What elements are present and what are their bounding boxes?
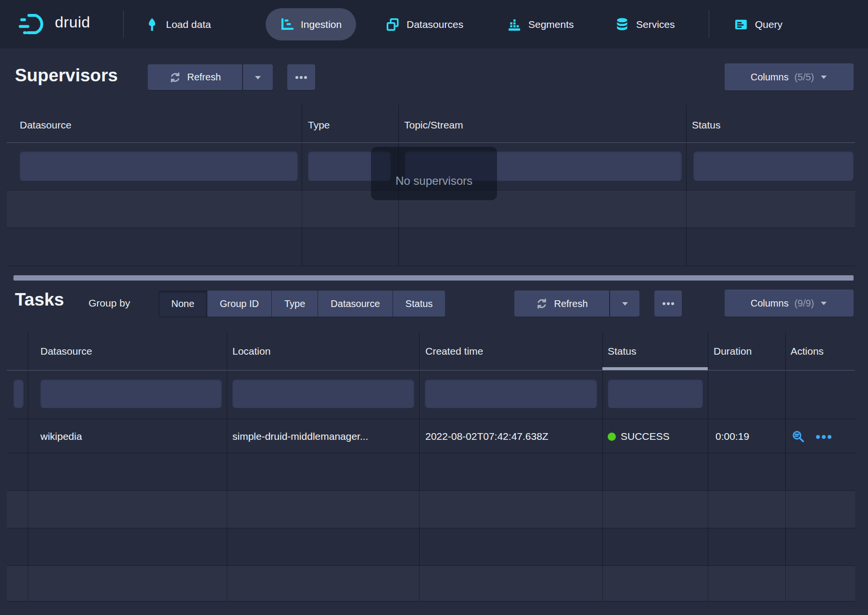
nav-item-label: Ingestion [301, 19, 342, 30]
nav-item-services[interactable]: Services [614, 0, 675, 49]
row-divider [7, 266, 855, 266]
group-by-button-group: None Group ID Type Datasource Status [159, 291, 445, 317]
tasks-col-location[interactable]: Location [232, 346, 270, 357]
row-divider [7, 453, 855, 453]
task-detail-magnifier-icon[interactable] [791, 430, 805, 444]
nav-item-label: Segments [528, 19, 574, 30]
row-divider [7, 490, 855, 491]
columns-count: (9/9) [794, 298, 814, 309]
tasks-col-actions[interactable]: Actions [791, 346, 824, 357]
supervisors-col-status[interactable]: Status [692, 119, 721, 131]
tasks-filter-location[interactable] [232, 379, 414, 408]
chevron-down-icon [254, 75, 262, 80]
stacked-bars-icon [507, 17, 522, 32]
chevron-down-icon [820, 74, 828, 80]
group-by-none-button[interactable]: None [159, 291, 207, 317]
row-divider [7, 528, 855, 528]
supervisors-col-topic-stream[interactable]: Topic/Stream [404, 119, 463, 131]
refresh-label: Refresh [187, 72, 221, 83]
database-icon [614, 17, 630, 32]
tasks-filter-created-time[interactable] [425, 379, 597, 408]
header-divider [7, 370, 855, 371]
column-divider[interactable] [708, 332, 708, 601]
status-text: SUCCESS [621, 431, 670, 442]
columns-label: Columns [751, 72, 789, 83]
row-divider [7, 601, 855, 602]
refresh-label: Refresh [554, 298, 587, 309]
brand-name[interactable]: druid [55, 13, 90, 31]
nav-item-query[interactable]: Query [733, 0, 782, 49]
supervisors-columns-button[interactable]: Columns (5/5) [725, 64, 854, 90]
tasks-col-datasource[interactable]: Datasource [40, 346, 92, 357]
column-divider[interactable] [28, 332, 28, 601]
tasks-title: Tasks [15, 290, 64, 310]
tasks-col-duration[interactable]: Duration [714, 346, 752, 357]
row-divider [7, 565, 855, 566]
task-cell-duration[interactable]: 0:00:19 [715, 431, 778, 442]
more-dots-icon [662, 302, 675, 306]
supervisors-filter-status[interactable] [693, 151, 854, 181]
column-divider[interactable] [302, 105, 302, 266]
supervisors-empty-message: No supervisors [371, 147, 497, 200]
column-divider[interactable] [419, 332, 420, 601]
row-divider [7, 419, 855, 419]
tasks-refresh-button[interactable]: Refresh [514, 291, 609, 317]
supervisors-col-datasource[interactable]: Datasource [20, 119, 71, 131]
gantt-chart-icon [280, 17, 294, 32]
refresh-icon [536, 297, 548, 310]
task-cell-datasource[interactable]: wikipedia [40, 431, 218, 442]
nav-item-label: Query [755, 19, 782, 30]
nav-item-label: Services [636, 19, 675, 30]
supervisors-refresh-dropdown-button[interactable] [243, 64, 273, 90]
console-icon [733, 17, 749, 32]
column-divider[interactable] [227, 332, 227, 601]
horizontal-scrollbar[interactable] [13, 275, 854, 281]
tasks-col-created-time[interactable]: Created time [425, 346, 483, 357]
group-by-datasource-button[interactable]: Datasource [318, 291, 392, 317]
nav-item-label: Datasources [407, 19, 463, 30]
nav-item-ingestion[interactable]: Ingestion [266, 8, 356, 40]
group-by-group-id-button[interactable]: Group ID [207, 291, 271, 317]
table-row [7, 490, 855, 528]
group-by-status-button[interactable]: Status [393, 291, 446, 317]
columns-count: (5/5) [794, 72, 814, 83]
nav-item-label: Load data [166, 19, 211, 30]
upload-arrow-icon [144, 17, 160, 32]
task-cell-status[interactable]: SUCCESS [608, 431, 704, 442]
tasks-filter-datasource[interactable] [40, 379, 222, 408]
row-divider [7, 228, 855, 228]
supervisors-more-button[interactable] [287, 64, 315, 90]
tasks-more-button[interactable] [654, 291, 682, 317]
druid-logo-icon[interactable] [18, 12, 51, 38]
tasks-filter-status[interactable] [608, 379, 703, 408]
column-divider[interactable] [686, 105, 687, 266]
supervisors-title: Supervisors [15, 65, 118, 86]
supervisors-col-type[interactable]: Type [308, 119, 330, 131]
task-cell-location[interactable]: simple-druid-middlemanager... [232, 431, 415, 442]
nav-item-load-data[interactable]: Load data [144, 0, 211, 49]
tasks-refresh-dropdown-button[interactable] [610, 291, 639, 317]
nav-item-segments[interactable]: Segments [507, 0, 574, 49]
nav-item-datasources[interactable]: Datasources [385, 0, 463, 49]
stacked-layers-icon [385, 17, 400, 32]
refresh-icon [169, 71, 181, 84]
tasks-columns-button[interactable]: Columns (9/9) [725, 290, 854, 317]
task-cell-created-time[interactable]: 2022-08-02T07:42:47.638Z [425, 431, 599, 442]
columns-label: Columns [751, 298, 789, 309]
status-success-dot [608, 433, 616, 441]
chevron-down-icon [820, 300, 828, 306]
column-divider[interactable] [602, 332, 603, 601]
druid-console: druid Load data Ingestion [0, 0, 868, 615]
supervisors-filter-datasource[interactable] [20, 151, 298, 181]
tasks-filter-hidden-column[interactable] [13, 379, 24, 408]
task-actions-more-icon[interactable] [816, 435, 832, 439]
nav-divider [709, 11, 709, 38]
top-nav: druid Load data Ingestion [0, 0, 868, 49]
supervisors-refresh-button[interactable]: Refresh [148, 64, 242, 90]
table-row [7, 565, 855, 601]
tasks-col-status[interactable]: Status [608, 346, 637, 357]
group-by-type-button[interactable]: Type [271, 291, 318, 317]
group-by-label: Group by [89, 297, 130, 309]
header-divider [7, 142, 855, 143]
column-divider[interactable] [785, 332, 786, 601]
